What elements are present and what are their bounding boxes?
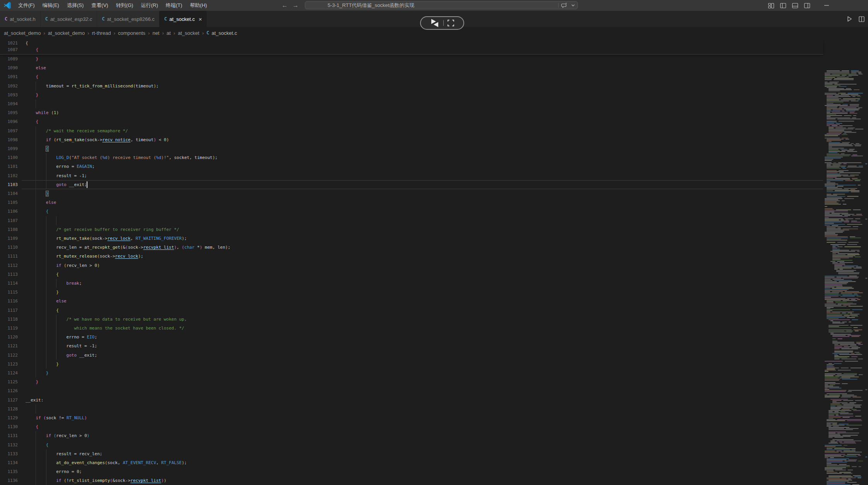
code-line[interactable]: 1089} — [0, 55, 823, 63]
nav-back-button[interactable]: ← — [282, 2, 288, 9]
line-number[interactable]: 1127 — [0, 396, 18, 405]
code-line[interactable]: 1121result = -1; — [0, 342, 823, 350]
code-line[interactable]: 1133result = recv_len; — [0, 449, 823, 458]
code-line[interactable]: 1094 — [0, 99, 823, 108]
code-line[interactable]: 1108/* get receive buffer to receiver ri… — [0, 225, 823, 234]
line-number[interactable]: 1126 — [0, 386, 18, 395]
line-number[interactable]: 1106 — [0, 207, 18, 216]
code-line[interactable]: 1128 — [0, 405, 823, 413]
line-number[interactable]: 1113 — [0, 270, 18, 279]
line-number[interactable]: 1104 — [0, 189, 18, 198]
line-number[interactable]: 1091 — [0, 72, 18, 81]
code-line[interactable]: 1123} — [0, 360, 823, 369]
code-line[interactable]: 1091{ — [0, 72, 823, 81]
line-number[interactable]: 1111 — [0, 252, 18, 261]
line-number[interactable]: 1097 — [0, 126, 18, 135]
code-line[interactable]: 1116else — [0, 297, 823, 306]
code-line[interactable]: 1102result = -1; — [0, 171, 823, 180]
sticky-line[interactable]: 1087{ — [0, 48, 823, 54]
line-number[interactable]: 1115 — [0, 288, 18, 297]
line-number[interactable]: 1131 — [0, 431, 18, 440]
line-number[interactable]: 1120 — [0, 333, 18, 342]
line-number[interactable]: 1099 — [0, 144, 18, 153]
code-line[interactable]: 1135errno = 0; — [0, 467, 823, 476]
code-line[interactable]: 1125} — [0, 377, 823, 386]
line-number[interactable]: 1129 — [0, 413, 18, 422]
breadcrumb-item[interactable]: net — [152, 30, 159, 36]
line-number[interactable]: 1118 — [0, 315, 18, 324]
tab-at-socket-h[interactable]: Cat_socket.h — [0, 11, 41, 27]
code-line[interactable]: 1127__exit: — [0, 396, 823, 405]
line-number[interactable]: 1090 — [0, 63, 18, 72]
menu-item[interactable]: 终端(T) — [162, 0, 186, 11]
code-line[interactable]: 1093} — [0, 91, 823, 99]
code-line[interactable]: 1129if (sock != RT_NULL) — [0, 413, 823, 422]
breadcrumb-item[interactable]: at — [167, 30, 171, 36]
code-line[interactable]: 1109rt_mutex_take(sock->recv_lock, RT_WA… — [0, 234, 823, 243]
line-number[interactable]: 1134 — [0, 458, 18, 467]
code-line[interactable]: 1117{ — [0, 306, 823, 315]
line-number[interactable]: 1116 — [0, 297, 18, 306]
line-number[interactable]: 1089 — [0, 55, 18, 63]
line-number[interactable]: 1095 — [0, 108, 18, 117]
line-number[interactable]: 1119 — [0, 324, 18, 333]
code-line[interactable]: 1119 which means the socket have been cl… — [0, 324, 823, 333]
code-line[interactable]: 1134at_do_event_changes(sock, AT_EVENT_R… — [0, 458, 823, 467]
code-line[interactable]: 1101errno = EAGAIN; — [0, 162, 823, 171]
code-line[interactable]: 1099{ — [0, 144, 823, 153]
menu-item[interactable]: 查看(V) — [87, 0, 112, 11]
menu-item[interactable]: 选择(S) — [63, 0, 87, 11]
tab-at-socket-esp32-c[interactable]: Cat_socket_esp32.c — [41, 11, 97, 27]
line-number[interactable]: 1094 — [0, 99, 18, 108]
menu-item[interactable]: 转到(G) — [112, 0, 137, 11]
line-number[interactable]: 1130 — [0, 422, 18, 431]
line-number[interactable]: 1100 — [0, 153, 18, 162]
line-number[interactable]: 1132 — [0, 441, 18, 449]
line-number[interactable]: 1112 — [0, 261, 18, 270]
menu-item[interactable]: 文件(F) — [14, 0, 39, 11]
line-number[interactable]: 1093 — [0, 91, 18, 99]
line-number[interactable]: 1133 — [0, 449, 18, 458]
line-number[interactable]: 1128 — [0, 405, 18, 413]
code-line[interactable]: 1105else — [0, 198, 823, 207]
copilot-icon[interactable] — [561, 2, 568, 9]
code-line[interactable]: 1107 — [0, 216, 823, 225]
line-number[interactable]: 1107 — [0, 216, 18, 225]
minimap[interactable] — [823, 66, 868, 485]
line-number[interactable]: 1121 — [0, 342, 18, 350]
code-line[interactable]: 1100LOG_D("AT socket (%d) receive timeou… — [0, 153, 823, 162]
run-icon[interactable] — [846, 15, 853, 22]
code-line[interactable]: 1092timeout = rt_tick_from_millisecond(t… — [0, 82, 823, 91]
code-line[interactable]: 1122goto __exit; — [0, 351, 823, 360]
breadcrumb-file[interactable]: Cat_socket.c — [207, 30, 237, 36]
code-line[interactable]: 1110recv_len = at_recvpkt_get(&(sock->re… — [0, 243, 823, 252]
toggle-sidebar-right-icon[interactable] — [803, 1, 811, 10]
line-number[interactable]: 1117 — [0, 306, 18, 315]
menu-item[interactable]: 编辑(E) — [39, 0, 63, 11]
line-number[interactable]: 1109 — [0, 234, 18, 243]
breadcrumb-item[interactable]: rt-thread — [92, 30, 111, 36]
line-number[interactable]: 1135 — [0, 467, 18, 476]
line-number[interactable]: 1125 — [0, 377, 18, 386]
breadcrumb-item[interactable]: at_socket — [178, 30, 200, 36]
code-area[interactable]: 1089}1090else1091{1092timeout = rt_tick_… — [0, 55, 868, 485]
code-line[interactable]: 1090else — [0, 63, 823, 72]
line-number[interactable]: 1103 — [0, 180, 18, 189]
line-number[interactable]: 1114 — [0, 279, 18, 288]
line-number[interactable]: 1124 — [0, 369, 18, 377]
code-line[interactable]: 1097/* wait the receive semaphore */ — [0, 126, 823, 135]
code-line[interactable]: 1130{ — [0, 422, 823, 431]
sticky-line[interactable]: 1021{ — [0, 39, 823, 48]
line-number[interactable]: 1122 — [0, 351, 18, 360]
code-line[interactable]: 1124} — [0, 369, 823, 377]
code-line[interactable]: 1113{ — [0, 270, 823, 279]
menu-item[interactable]: 运行(R) — [137, 0, 162, 11]
tab-at-socket-c[interactable]: Cat_socket.c× — [159, 11, 207, 27]
code-line[interactable]: 1131if (recv_len > 0) — [0, 431, 823, 440]
line-number[interactable]: 1092 — [0, 82, 18, 91]
code-line[interactable]: 1120errno = EIO; — [0, 333, 823, 342]
code-line[interactable]: 1112if (recv_len > 0) — [0, 261, 823, 270]
chevron-down-icon[interactable] — [571, 3, 575, 7]
code-line[interactable]: 1104} — [0, 189, 823, 198]
breadcrumb-item[interactable]: at_socket_demo — [48, 30, 85, 36]
